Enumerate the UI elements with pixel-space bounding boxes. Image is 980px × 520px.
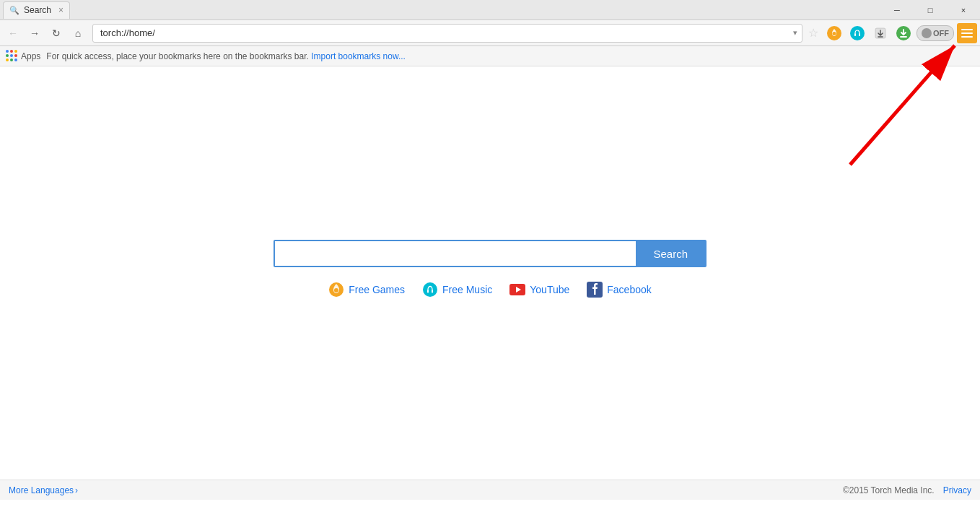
- apps-grid-icon: [6, 50, 18, 62]
- free-games-label: Free Games: [349, 284, 405, 295]
- dot: [10, 50, 13, 53]
- dot: [14, 54, 17, 57]
- import-bookmarks-link[interactable]: Import bookmarks now...: [311, 51, 406, 61]
- menu-line-1: [961, 29, 973, 30]
- browser-tab[interactable]: 🔍 Search ×: [3, 1, 70, 19]
- copyright-text: ©2015 Torch Media Inc.: [843, 485, 935, 495]
- toggle-circle: [922, 28, 932, 38]
- forward-button[interactable]: →: [25, 23, 45, 43]
- facebook-link[interactable]: Facebook: [587, 282, 651, 298]
- home-button[interactable]: ⌂: [68, 23, 88, 43]
- main-content: Search Free Games: [0, 66, 980, 500]
- bookmarks-hint-text: For quick access, place your bookmarks h…: [46, 51, 309, 61]
- facebook-label: Facebook: [607, 284, 651, 295]
- youtube-icon: [509, 282, 525, 298]
- close-button[interactable]: ×: [947, 0, 980, 20]
- tab-label: Search: [24, 5, 51, 15]
- menu-line-2: [961, 32, 973, 34]
- svg-point-2: [850, 26, 865, 40]
- more-languages-link[interactable]: More Languages ›: [9, 485, 78, 495]
- address-bar[interactable]: ▾: [92, 24, 802, 43]
- tab-close-button[interactable]: ×: [58, 5, 64, 15]
- search-input[interactable]: [275, 241, 636, 266]
- toggle-button[interactable]: OFF: [916, 25, 954, 41]
- address-dropdown-icon[interactable]: ▾: [793, 28, 797, 38]
- footer: More Languages › ©2015 Torch Media Inc. …: [0, 480, 980, 500]
- headphones-music-icon: [422, 282, 438, 298]
- nav-bar: ← → ↻ ⌂ ▾ ☆: [0, 20, 980, 46]
- youtube-label: YouTube: [530, 284, 569, 295]
- music-button[interactable]: [847, 23, 867, 43]
- dot: [14, 58, 17, 61]
- youtube-link[interactable]: YouTube: [509, 282, 569, 298]
- apps-button[interactable]: Apps: [6, 50, 40, 62]
- title-bar: 🔍 Search × ─ □ ×: [0, 0, 980, 20]
- torch-games-icon: [328, 282, 344, 298]
- search-button[interactable]: Search: [636, 241, 705, 266]
- menu-button[interactable]: [957, 23, 977, 43]
- more-languages-label: More Languages: [9, 485, 74, 495]
- dot: [6, 58, 9, 61]
- back-button[interactable]: ←: [3, 23, 23, 43]
- free-games-link[interactable]: Free Games: [328, 282, 405, 298]
- tab-search-icon: 🔍: [9, 6, 19, 15]
- search-bar: Search: [274, 240, 706, 267]
- dot: [6, 50, 9, 53]
- apps-label: Apps: [21, 51, 40, 61]
- more-languages-chevron: ›: [75, 485, 78, 495]
- maximize-button[interactable]: □: [914, 0, 947, 20]
- dot: [6, 54, 9, 57]
- url-input[interactable]: [100, 27, 793, 38]
- menu-line-3: [961, 36, 973, 38]
- bookmarks-bar: Apps For quick access, place your bookma…: [0, 46, 980, 66]
- minimize-button[interactable]: ─: [880, 0, 914, 20]
- dot: [14, 50, 17, 53]
- footer-right: ©2015 Torch Media Inc. Privacy: [843, 485, 971, 495]
- toggle-label: OFF: [933, 29, 949, 38]
- download-button[interactable]: [870, 23, 891, 43]
- svg-point-8: [334, 288, 338, 292]
- free-music-label: Free Music: [442, 284, 492, 295]
- dot: [10, 58, 13, 61]
- facebook-icon: [587, 282, 603, 298]
- dot: [10, 54, 13, 57]
- search-section: Search Free Games: [274, 240, 706, 298]
- svg-point-9: [423, 282, 437, 297]
- window-controls: ─ □ ×: [880, 0, 980, 20]
- reload-button[interactable]: ↻: [46, 23, 66, 43]
- quick-links: Free Games Free Music: [328, 282, 652, 298]
- torch-browser-icon[interactable]: [824, 23, 844, 43]
- free-music-link[interactable]: Free Music: [422, 282, 492, 298]
- torrent-button[interactable]: [893, 23, 914, 43]
- toolbar-icons: OFF: [824, 23, 977, 43]
- privacy-link[interactable]: Privacy: [943, 485, 971, 495]
- svg-point-1: [833, 32, 836, 35]
- bookmark-star-button[interactable]: ☆: [808, 26, 818, 40]
